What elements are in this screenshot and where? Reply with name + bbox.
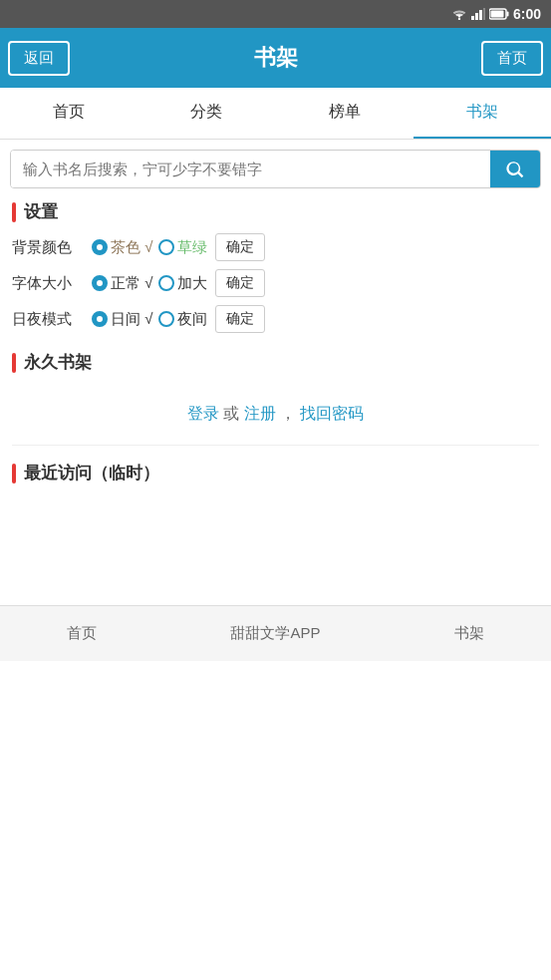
bg-color-label: 背景颜色 bbox=[12, 238, 84, 257]
day-night-label: 日夜模式 bbox=[12, 310, 84, 329]
footer-home-link[interactable]: 首页 bbox=[67, 624, 97, 643]
bg-color-green-radio[interactable] bbox=[158, 239, 174, 255]
red-bar-bookshelf bbox=[12, 353, 16, 373]
bg-color-brown-label: 茶色 √ bbox=[111, 238, 152, 257]
footer-app-link[interactable]: 甜甜文学APP bbox=[230, 624, 320, 643]
night-mode-option[interactable]: 夜间 bbox=[158, 310, 207, 329]
svg-rect-7 bbox=[490, 11, 503, 18]
divider bbox=[12, 445, 539, 446]
day-mode-label: 日间 √ bbox=[111, 310, 152, 329]
font-size-label: 字体大小 bbox=[12, 274, 84, 293]
tab-home[interactable]: 首页 bbox=[0, 88, 138, 139]
svg-rect-4 bbox=[483, 8, 485, 20]
svg-rect-1 bbox=[471, 16, 474, 20]
search-input[interactable] bbox=[11, 151, 490, 187]
login-area: 登录 或 注册 ， 找回密码 bbox=[12, 384, 539, 445]
svg-rect-6 bbox=[506, 12, 508, 17]
night-mode-radio[interactable] bbox=[158, 311, 174, 327]
font-size-normal-option[interactable]: 正常 √ bbox=[92, 274, 152, 293]
permanent-bookshelf-section: 永久书架 登录 或 注册 ， 找回密码 bbox=[0, 351, 551, 445]
page-title: 书架 bbox=[254, 43, 298, 73]
settings-title: 设置 bbox=[12, 200, 539, 223]
nav-tabs: 首页 分类 榜单 书架 bbox=[0, 88, 551, 140]
footer: 首页 甜甜文学APP 书架 bbox=[0, 605, 551, 661]
bg-color-green-label: 草绿 bbox=[177, 238, 207, 257]
font-size-large-option[interactable]: 加大 bbox=[158, 274, 207, 293]
search-icon bbox=[504, 159, 526, 180]
font-size-normal-label: 正常 √ bbox=[111, 274, 152, 293]
svg-point-0 bbox=[458, 18, 460, 20]
or-text: 或 bbox=[223, 405, 243, 422]
font-size-confirm-button[interactable]: 确定 bbox=[215, 269, 265, 297]
recent-title: 最近访问（临时） bbox=[12, 462, 539, 485]
svg-rect-2 bbox=[475, 13, 478, 20]
comma-text: ， bbox=[280, 405, 296, 422]
bookshelf-title: 永久书架 bbox=[12, 351, 539, 374]
status-icons: 6:00 bbox=[451, 6, 541, 22]
back-button[interactable]: 返回 bbox=[8, 41, 70, 76]
font-size-normal-radio[interactable] bbox=[92, 275, 108, 291]
red-bar-settings bbox=[12, 202, 16, 222]
battery-icon bbox=[489, 8, 509, 20]
tab-ranking[interactable]: 榜单 bbox=[276, 88, 413, 139]
bg-color-options: 茶色 √ 草绿 bbox=[92, 238, 207, 257]
status-time: 6:00 bbox=[513, 6, 541, 22]
top-header: 返回 书架 首页 bbox=[0, 28, 551, 88]
wifi-icon bbox=[451, 8, 467, 20]
bg-color-brown-radio[interactable] bbox=[92, 239, 108, 255]
day-mode-radio[interactable] bbox=[92, 311, 108, 327]
font-size-large-radio[interactable] bbox=[158, 275, 174, 291]
signal-icon bbox=[471, 8, 485, 20]
tab-bookshelf[interactable]: 书架 bbox=[413, 88, 551, 139]
svg-rect-3 bbox=[479, 10, 482, 20]
bg-color-green-option[interactable]: 草绿 bbox=[158, 238, 207, 257]
bg-color-brown-option[interactable]: 茶色 √ bbox=[92, 238, 152, 257]
register-link[interactable]: 注册 bbox=[244, 405, 276, 422]
recent-section: 最近访问（临时） bbox=[0, 462, 551, 485]
day-night-options: 日间 √ 夜间 bbox=[92, 310, 207, 329]
night-mode-label: 夜间 bbox=[177, 310, 207, 329]
tab-category[interactable]: 分类 bbox=[138, 88, 275, 139]
search-bar bbox=[10, 150, 541, 188]
bg-color-confirm-button[interactable]: 确定 bbox=[215, 233, 265, 261]
settings-section: 设置 背景颜色 茶色 √ 草绿 确定 字体大小 正常 √ 加大 bbox=[0, 200, 551, 333]
footer-bookshelf-link[interactable]: 书架 bbox=[454, 624, 484, 643]
day-mode-option[interactable]: 日间 √ bbox=[92, 310, 152, 329]
font-size-large-label: 加大 bbox=[177, 274, 207, 293]
font-size-options: 正常 √ 加大 bbox=[92, 274, 207, 293]
login-link[interactable]: 登录 bbox=[187, 405, 219, 422]
search-button[interactable] bbox=[490, 151, 540, 187]
day-night-confirm-button[interactable]: 确定 bbox=[215, 305, 265, 333]
bg-color-row: 背景颜色 茶色 √ 草绿 确定 bbox=[12, 233, 539, 261]
status-bar: 6:00 bbox=[0, 0, 551, 28]
home-button[interactable]: 首页 bbox=[481, 41, 543, 76]
red-bar-recent bbox=[12, 464, 16, 484]
day-night-row: 日夜模式 日间 √ 夜间 确定 bbox=[12, 305, 539, 333]
font-size-row: 字体大小 正常 √ 加大 确定 bbox=[12, 269, 539, 297]
recover-link[interactable]: 找回密码 bbox=[300, 405, 364, 422]
